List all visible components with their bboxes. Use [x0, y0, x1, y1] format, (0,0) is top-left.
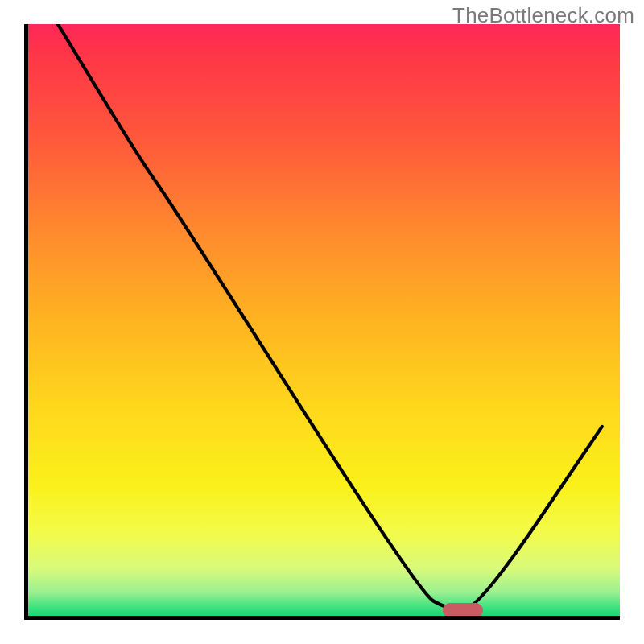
optimal-marker [443, 603, 483, 617]
bottleneck-curve [28, 24, 620, 616]
chart-frame: TheBottleneck.com [0, 0, 644, 644]
plot-area [24, 24, 620, 620]
